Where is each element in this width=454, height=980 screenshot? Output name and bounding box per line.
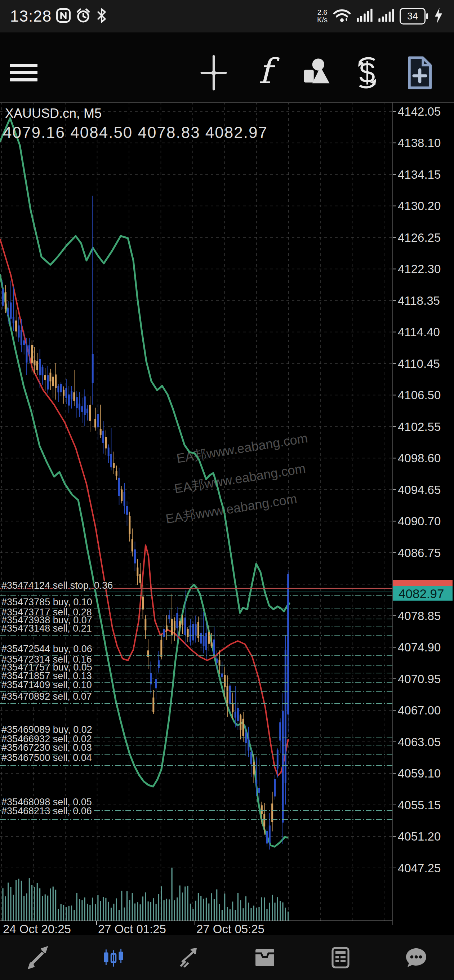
svg-text:#35472544 buy, 0.06: #35472544 buy, 0.06 — [2, 643, 92, 654]
svg-text:24 Oct 20:25: 24 Oct 20:25 — [3, 922, 71, 935]
svg-text:4063.05: 4063.05 — [398, 735, 441, 749]
svg-text:#35467230 sell, 0.03: #35467230 sell, 0.03 — [2, 742, 92, 753]
svg-text:4114.40: 4114.40 — [398, 325, 440, 339]
svg-text:4074.90: 4074.90 — [398, 641, 441, 654]
svg-text:4106.50: 4106.50 — [398, 388, 441, 402]
svg-text:#35468213 sell, 0.06: #35468213 sell, 0.06 — [2, 806, 92, 816]
ohlc-values: 4079.16 4084.50 4078.83 4082.97 — [3, 124, 268, 141]
svg-text:4055.15: 4055.15 — [398, 799, 441, 812]
trade-icon — [178, 946, 201, 969]
crosshair-button[interactable] — [188, 53, 239, 92]
messages-icon — [405, 946, 428, 969]
news-icon — [329, 946, 352, 969]
svg-text:4078.85: 4078.85 — [398, 609, 441, 623]
svg-text:4142.05: 4142.05 — [398, 105, 441, 118]
menu-button[interactable] — [10, 53, 43, 92]
svg-text:4094.65: 4094.65 — [398, 483, 441, 496]
indicators-f-icon: f — [247, 55, 283, 91]
svg-text:4098.60: 4098.60 — [398, 452, 441, 465]
svg-text:#35473785 buy, 0.10: #35473785 buy, 0.10 — [2, 597, 92, 608]
svg-text:4130.20: 4130.20 — [398, 199, 441, 213]
alarm-icon — [75, 8, 91, 25]
watermark: EA邦www.eabang.comEA邦www.eabang.comEA邦www… — [165, 431, 309, 527]
battery-icon: 34 — [400, 8, 428, 24]
bollinger-upper-band — [0, 118, 289, 613]
network-speed: 2.6 K/s — [317, 9, 328, 24]
svg-text:EA邦www.eabang.com: EA邦www.eabang.com — [173, 461, 307, 496]
svg-text:#35467500 sell, 0.04: #35467500 sell, 0.04 — [2, 752, 92, 763]
svg-text:EA邦www.eabang.com: EA邦www.eabang.com — [175, 431, 309, 466]
charts-icon — [102, 946, 125, 970]
indicators-button[interactable]: f — [239, 53, 290, 92]
svg-text:4082.97: 4082.97 — [398, 587, 444, 601]
battery-percent: 34 — [407, 11, 418, 22]
svg-text:#35470892 sell, 0.07: #35470892 sell, 0.07 — [2, 691, 92, 702]
svg-text:4059.10: 4059.10 — [398, 767, 441, 780]
svg-text:4047.25: 4047.25 — [398, 861, 441, 875]
svg-text:4118.35: 4118.35 — [398, 294, 440, 307]
crosshair-icon — [196, 55, 232, 91]
time-axis: 24 Oct 20:2527 Oct 01:2527 Oct 05:25 — [3, 921, 264, 935]
nav-messages[interactable] — [378, 935, 454, 980]
svg-text:4102.55: 4102.55 — [398, 420, 441, 433]
svg-text:4110.45: 4110.45 — [398, 357, 440, 371]
charging-bolt-icon — [433, 7, 444, 25]
new-order-button[interactable] — [393, 53, 444, 92]
wifi-icon — [333, 8, 351, 25]
current-price-badge: 4082.97 — [393, 580, 452, 601]
svg-text:4134.15: 4134.15 — [398, 168, 441, 181]
trade-flow-button[interactable]: $ — [342, 53, 393, 92]
svg-text:27 Oct 01:25: 27 Oct 01:25 — [98, 922, 166, 935]
nav-charts[interactable] — [76, 935, 151, 980]
svg-text:4138.10: 4138.10 — [398, 136, 441, 150]
nav-trade[interactable] — [151, 935, 227, 980]
svg-text:4126.25: 4126.25 — [398, 231, 441, 244]
svg-text:4051.20: 4051.20 — [398, 830, 441, 843]
quotes-icon — [26, 946, 49, 969]
nfc-icon — [56, 8, 71, 24]
nav-quotes[interactable] — [0, 935, 76, 980]
clock-time: 13:28 — [10, 7, 51, 25]
signal-sim1-icon — [356, 8, 373, 25]
menu-icon — [10, 64, 37, 81]
trade-dollar-icon: $ — [349, 55, 385, 91]
svg-text:4067.00: 4067.00 — [398, 704, 441, 717]
signal-sim2-icon — [378, 8, 395, 25]
metatrader-app: 13:28 2.6 K/s — [0, 0, 454, 980]
chart-toolbar: f $ — [0, 32, 454, 102]
svg-text:4090.70: 4090.70 — [398, 514, 441, 528]
svg-text:#35473148 sell, 0.21: #35473148 sell, 0.21 — [2, 623, 92, 634]
history-icon — [253, 946, 276, 969]
svg-text:4070.95: 4070.95 — [398, 672, 441, 686]
order-labels: #35474124 sell stop, 0.36#35473785 buy, … — [2, 580, 113, 816]
nav-news[interactable] — [303, 935, 378, 980]
svg-text:#35471409 sell, 0.10: #35471409 sell, 0.10 — [2, 679, 92, 690]
nav-history[interactable] — [227, 935, 303, 980]
svg-text:4122.30: 4122.30 — [398, 262, 441, 275]
svg-text:#35474124 sell stop, 0.36: #35474124 sell stop, 0.36 — [2, 580, 113, 591]
new-order-icon — [400, 55, 436, 91]
bluetooth-icon — [96, 8, 108, 25]
price-chart[interactable]: EA邦www.eabang.comEA邦www.eabang.comEA邦www… — [0, 102, 454, 935]
svg-text:f: f — [258, 55, 280, 91]
status-bar: 13:28 2.6 K/s — [0, 0, 454, 32]
svg-text:27 Oct 05:25: 27 Oct 05:25 — [196, 922, 264, 935]
chart-canvas[interactable]: EA邦www.eabang.comEA邦www.eabang.comEA邦www… — [0, 102, 454, 935]
bottom-navigation — [0, 935, 454, 980]
objects-button[interactable] — [290, 53, 342, 92]
objects-icon — [298, 55, 334, 91]
svg-text:4086.75: 4086.75 — [398, 546, 441, 560]
svg-text:XAUUSD.cn, M5: XAUUSD.cn, M5 — [5, 106, 102, 121]
volume-bars — [0, 868, 393, 921]
